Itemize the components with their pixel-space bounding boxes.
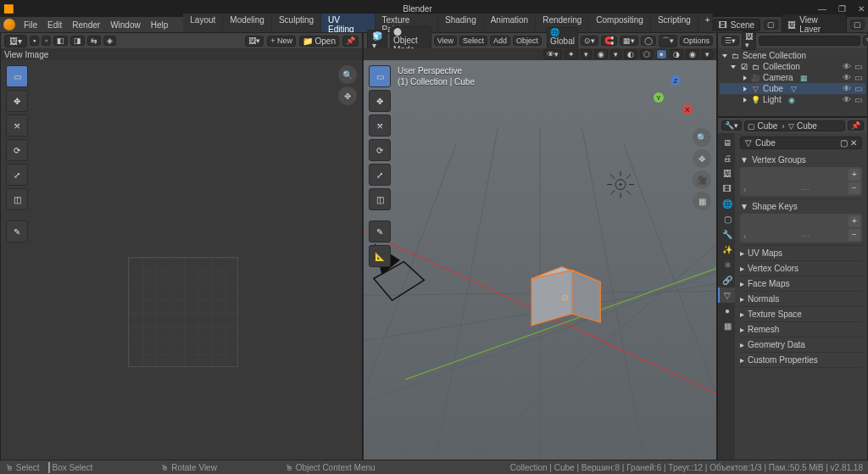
outliner-tree[interactable]: 🗀 Scene Collection ☑ 🗀 Collection 👁▭ 🎥 C… xyxy=(718,48,867,116)
close-button[interactable]: ✕ xyxy=(858,4,865,14)
3d-tool-select[interactable]: ▭ xyxy=(369,65,391,87)
menu-window[interactable]: Window xyxy=(105,19,146,31)
pivot-dropdown[interactable]: ⊙▾ xyxy=(581,36,598,46)
outliner-item-light[interactable]: 💡 Light ◉ 👁▭ xyxy=(720,94,865,105)
mesh-datablock-selector[interactable]: ▽ Cube▢ ✕ xyxy=(740,137,862,149)
outliner-item-cube[interactable]: ▽ Cube ▽ 👁▭ xyxy=(720,83,865,94)
shading-material[interactable]: ◑ xyxy=(670,49,683,59)
menu-help[interactable]: Help xyxy=(146,19,174,31)
properties-body[interactable]: ▽ Cube▢ ✕ ▼Vertex Groups+−‹⋯▼Shape Keys+… xyxy=(735,133,867,460)
section-header[interactable]: ▸Texture Space xyxy=(740,309,862,319)
uv-tool-cursor[interactable]: ✥ xyxy=(6,90,28,112)
section-header[interactable]: ▸Custom Properties xyxy=(740,355,862,365)
properties-breadcrumb[interactable]: ▢ Cube › ▽ Cube xyxy=(744,120,845,131)
disable-icon[interactable]: ▭ xyxy=(854,84,862,93)
outliner-scene-collection[interactable]: 🗀 Scene Collection xyxy=(720,50,865,61)
ptab-particles[interactable]: ✨ xyxy=(718,242,735,257)
shading-wireframe[interactable]: ⬡ xyxy=(640,49,654,59)
section-header[interactable]: ▼Vertex Groups xyxy=(740,155,862,165)
uv-menu-image[interactable]: Image xyxy=(25,50,49,59)
uv-tool-scale[interactable]: ⤢ xyxy=(6,164,28,186)
outliner-editor-type[interactable]: ☰▾ xyxy=(721,36,739,46)
3d-menu-object[interactable]: Object xyxy=(513,36,542,46)
minimize-button[interactable]: — xyxy=(818,4,826,14)
3d-tool-transform[interactable]: ◫ xyxy=(369,188,391,210)
ptab-viewlayer[interactable]: 🖼 xyxy=(718,165,735,181)
menu-file[interactable]: File xyxy=(19,19,42,31)
object-visibility-dropdown[interactable]: 👁▾ xyxy=(543,49,562,59)
uv-mode-edge[interactable]: ▫ xyxy=(42,36,51,46)
menu-edit[interactable]: Edit xyxy=(42,19,67,31)
disable-icon[interactable]: ▭ xyxy=(854,62,862,71)
menu-render[interactable]: Render xyxy=(67,19,105,31)
uv-mode-island[interactable]: ◨ xyxy=(70,36,85,46)
ptab-object[interactable]: ▢ xyxy=(718,211,735,226)
list-remove-button[interactable]: − xyxy=(849,182,860,194)
hide-icon[interactable]: 👁 xyxy=(843,62,851,71)
ptab-world[interactable]: 🌐 xyxy=(718,196,735,211)
uv-editor-viewport[interactable]: ▭ ✥ ⤧ ⟳ ⤢ ◫ ✎ 🔍 ✥ xyxy=(1,60,362,460)
axis-x[interactable]: X xyxy=(682,104,693,114)
3d-menu-select[interactable]: Select xyxy=(459,36,487,46)
ptab-texture[interactable]: ▦ xyxy=(718,318,735,333)
options-dropdown[interactable]: Options xyxy=(680,36,713,46)
outliner-collection[interactable]: ☑ 🗀 Collection 👁▭ xyxy=(720,61,865,72)
uv-tool-move[interactable]: ⤧ xyxy=(6,114,28,137)
gizmo-toggle[interactable]: ✦ xyxy=(565,49,578,59)
hide-icon[interactable]: 👁 xyxy=(843,95,851,104)
3d-tool-measure[interactable]: 📐 xyxy=(369,245,391,267)
list-add-button[interactable]: + xyxy=(849,169,860,181)
image-browse-button[interactable]: 🖼▾ xyxy=(245,36,264,47)
overlay-dropdown[interactable]: ▾ xyxy=(610,49,621,59)
ptab-output[interactable]: 🖨 xyxy=(718,150,735,165)
uv-zoom-button[interactable]: 🔍 xyxy=(338,65,357,84)
ortho-toggle-button[interactable]: ▦ xyxy=(693,192,711,210)
properties-editor-type[interactable]: 🔧▾ xyxy=(721,120,742,131)
3d-menu-add[interactable]: Add xyxy=(490,36,510,46)
section-header[interactable]: ▼Shape Keys xyxy=(740,202,862,211)
scene-browse-button[interactable]: ▢ xyxy=(764,20,778,30)
uv-sync-button[interactable]: ⇆ xyxy=(87,36,101,46)
3d-tool-annotate[interactable]: ✎ xyxy=(369,220,391,243)
viewlayer-browse-button[interactable]: ▢ xyxy=(850,20,865,30)
uv-mode-vertex[interactable]: ▪ xyxy=(30,36,39,46)
section-header[interactable]: ▸Geometry Data xyxy=(740,340,862,349)
open-image-button[interactable]: 📁 Open xyxy=(299,36,339,47)
axis-y[interactable]: Y xyxy=(654,92,664,103)
outliner-display-mode[interactable]: 🖼▾ xyxy=(742,31,756,50)
ptab-modifiers[interactable]: 🔧 xyxy=(718,226,735,242)
zoom-button[interactable]: 🔍 xyxy=(693,128,711,147)
gizmo-dropdown[interactable]: ▾ xyxy=(581,49,592,59)
properties-pin-button[interactable]: 📌 xyxy=(848,120,864,131)
uv-tool-annotate[interactable]: ✎ xyxy=(6,220,28,243)
3d-tool-scale[interactable]: ⤢ xyxy=(369,164,391,186)
disable-icon[interactable]: ▭ xyxy=(854,95,862,104)
proportional-dropdown[interactable]: ⌒▾ xyxy=(659,35,677,47)
snap-dropdown[interactable]: ▦▾ xyxy=(620,36,638,46)
section-header[interactable]: ▸Vertex Colors xyxy=(740,264,862,273)
disable-icon[interactable]: ▭ xyxy=(854,73,862,82)
section-header[interactable]: ▸Face Maps xyxy=(740,279,862,288)
uv-sticky-button[interactable]: ◈ xyxy=(103,36,116,46)
camera-view-button[interactable]: 🎥 xyxy=(693,170,711,189)
new-image-button[interactable]: + New xyxy=(267,36,296,47)
3d-tool-move[interactable]: ⤧ xyxy=(369,114,391,137)
pin-image-button[interactable]: 📌 xyxy=(342,36,359,47)
scene-selector[interactable]: 🎞 Scene xyxy=(713,19,760,31)
shading-rendered[interactable]: ◉ xyxy=(686,49,699,59)
shading-dropdown[interactable]: ▾ xyxy=(702,49,713,59)
orbit-gizmo[interactable]: X Y Z xyxy=(654,75,696,118)
proportional-toggle[interactable]: ◯ xyxy=(641,36,656,46)
ptab-scene[interactable]: 🎞 xyxy=(718,181,735,196)
uv-menu-view[interactable]: View xyxy=(4,50,23,59)
section-header[interactable]: ▸Remesh xyxy=(740,325,862,334)
maximize-button[interactable]: ❐ xyxy=(838,4,846,14)
list-remove-button[interactable]: − xyxy=(849,229,860,241)
hide-icon[interactable]: 👁 xyxy=(843,73,851,82)
overlay-toggle[interactable]: ◉ xyxy=(594,49,608,59)
xray-toggle[interactable]: ◐ xyxy=(624,49,637,59)
uv-tool-transform[interactable]: ◫ xyxy=(6,188,28,210)
section-header[interactable]: ▸Normals xyxy=(740,294,862,304)
snap-toggle[interactable]: 🧲 xyxy=(601,36,617,46)
ptab-material[interactable]: ● xyxy=(718,303,735,318)
